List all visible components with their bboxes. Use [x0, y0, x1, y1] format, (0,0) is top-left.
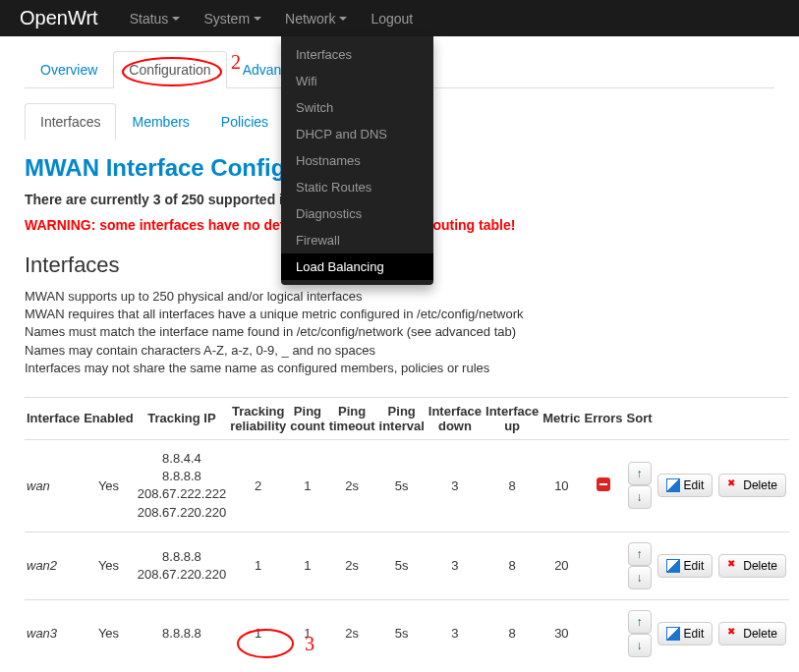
sort-cell: [625, 599, 655, 667]
cell: 1: [288, 532, 326, 599]
cell: 8: [484, 532, 541, 599]
nav-system[interactable]: System: [192, 3, 273, 34]
edit-button[interactable]: Edit: [657, 554, 713, 578]
cell: 3: [427, 439, 484, 532]
sort-up-button[interactable]: [628, 542, 652, 566]
note-line: Interfaces may not share the same name a…: [25, 360, 774, 377]
col-header: Sort: [625, 397, 655, 439]
col-header: Interface up: [484, 397, 541, 439]
col-header: Errors: [583, 397, 625, 439]
delete-icon: [727, 628, 739, 640]
edit-icon: [666, 478, 680, 492]
sort-cell: [625, 532, 655, 599]
cell: 2s: [327, 439, 377, 532]
cell: wan: [25, 439, 82, 532]
cell: [583, 599, 625, 667]
sort-cell: [625, 439, 655, 532]
dropdown-item-firewall[interactable]: Firewall: [281, 227, 433, 253]
col-header: Tracking IP: [136, 397, 228, 439]
delete-button[interactable]: Delete: [718, 554, 786, 578]
dropdown-item-interfaces[interactable]: Interfaces: [281, 41, 433, 68]
cell: 8: [484, 439, 541, 532]
chevron-down-icon: [172, 17, 180, 21]
dropdown-item-dhcp-and-dns[interactable]: DHCP and DNS: [281, 121, 433, 147]
nav-network[interactable]: Network: [273, 3, 359, 34]
delete-cell: Delete: [715, 599, 789, 667]
edit-icon: [666, 559, 680, 573]
cell: 8: [484, 599, 541, 667]
cell: 5s: [377, 532, 427, 599]
cell: 5s: [377, 439, 427, 532]
dropdown-item-wifi[interactable]: Wifi: [281, 68, 433, 94]
tab-interfaces[interactable]: Interfaces: [25, 103, 116, 140]
delete-cell: Delete: [715, 439, 789, 532]
nav-status[interactable]: Status: [118, 3, 193, 34]
cell: 10: [541, 439, 582, 532]
col-header: Metric: [541, 397, 582, 439]
cell: Yes: [82, 439, 136, 532]
col-header: Ping timeout: [327, 397, 377, 439]
cell: 1: [288, 599, 326, 667]
cell: 5s: [377, 599, 427, 667]
edit-cell: Edit: [655, 439, 716, 532]
sort-down-button[interactable]: [628, 566, 652, 589]
col-header: Interface down: [427, 397, 484, 439]
cell: 30: [541, 599, 582, 667]
cell: 1: [228, 532, 288, 599]
note-line: Names may contain characters A-Z, a-z, 0…: [25, 342, 774, 360]
col-header: [715, 397, 789, 439]
col-header: Enabled: [82, 397, 136, 439]
delete-icon: [727, 560, 739, 572]
cell: 8.8.8.8208.67.220.220: [136, 532, 228, 599]
cell: 2s: [327, 599, 377, 667]
edit-icon: [666, 627, 680, 641]
cell: Yes: [82, 599, 136, 667]
delete-button[interactable]: Delete: [718, 622, 786, 645]
sort-down-button[interactable]: [628, 485, 652, 509]
delete-icon: [727, 479, 739, 491]
tab-overview[interactable]: Overview: [25, 51, 113, 88]
dropdown-item-load-balancing[interactable]: Load Balancing: [281, 253, 433, 280]
edit-button[interactable]: Edit: [657, 622, 713, 645]
tab-members[interactable]: Members: [116, 103, 204, 140]
edit-button[interactable]: Edit: [657, 474, 713, 497]
tab-policies[interactable]: Policies: [205, 103, 284, 140]
chevron-down-icon: [254, 17, 261, 21]
sort-up-button[interactable]: [628, 610, 652, 634]
dropdown-item-switch[interactable]: Switch: [281, 94, 433, 121]
delete-cell: Delete: [715, 532, 789, 599]
cell: 1: [228, 599, 288, 667]
cell: [583, 439, 625, 532]
sort-down-button[interactable]: [628, 634, 652, 657]
note-line: MWAN requires that all interfaces have a…: [25, 306, 774, 323]
tab-configuration[interactable]: Configuration: [113, 51, 226, 88]
cell: 2: [228, 439, 288, 532]
cell: 2s: [327, 532, 377, 599]
cell: wan3: [25, 599, 82, 667]
dropdown-item-diagnostics[interactable]: Diagnostics: [281, 200, 433, 227]
interfaces-table: InterfaceEnabledTracking IPTracking reli…: [25, 397, 789, 667]
col-header: [655, 397, 716, 439]
table-row: wan3Yes8.8.8.8112s5s3830 EditDelete: [25, 599, 789, 667]
edit-cell: Edit: [655, 599, 716, 667]
brand: OpenWrt: [20, 7, 98, 29]
error-icon: [597, 477, 610, 491]
col-header: Tracking reliability: [228, 397, 288, 439]
cell: [583, 532, 625, 599]
sort-up-button[interactable]: [628, 462, 652, 485]
cell: wan2: [25, 532, 82, 599]
col-header: Ping interval: [377, 397, 427, 439]
delete-button[interactable]: Delete: [718, 474, 786, 497]
nav-logout[interactable]: Logout: [359, 3, 425, 34]
table-row: wan2Yes8.8.8.8208.67.220.220112s5s3820 E…: [25, 532, 789, 599]
navbar: OpenWrt Status System Network Logout: [0, 0, 799, 36]
cell: 8.8.4.48.8.8.8208.67.222.222208.67.220.2…: [136, 439, 228, 532]
col-header: Interface: [25, 397, 82, 439]
cell: 20: [541, 532, 582, 599]
notes: MWAN supports up to 250 physical and/or …: [25, 288, 774, 377]
network-dropdown: InterfacesWifiSwitchDHCP and DNSHostname…: [281, 36, 433, 285]
table-row: wanYes8.8.4.48.8.8.8208.67.222.222208.67…: [25, 439, 789, 532]
cell: 1: [288, 439, 326, 532]
dropdown-item-hostnames[interactable]: Hostnames: [281, 147, 433, 174]
dropdown-item-static-routes[interactable]: Static Routes: [281, 174, 433, 200]
